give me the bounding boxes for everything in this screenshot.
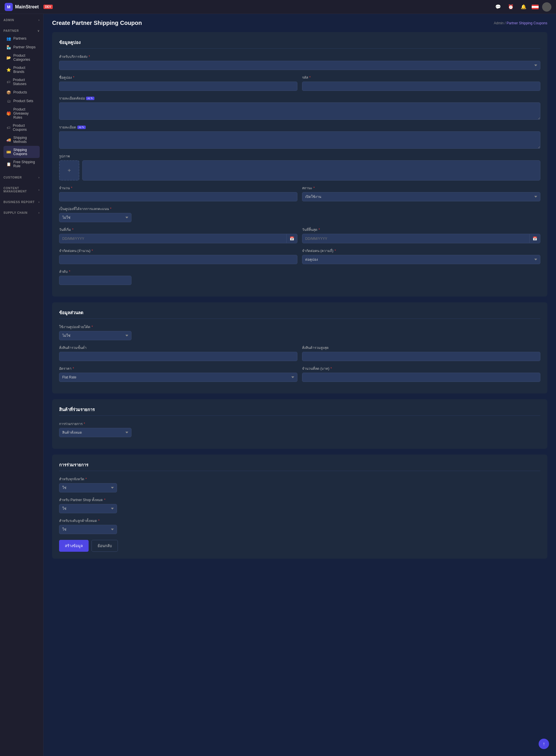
- start-date-calendar-icon[interactable]: 📅: [286, 234, 297, 243]
- product-sets-icon: 🗂: [6, 99, 11, 103]
- breadcrumb: Admin / Partner Shipping Coupons: [494, 21, 547, 25]
- amount-label: จำนวนที่ลด (บาท) *: [302, 366, 541, 371]
- sidebar-item-partner-shops[interactable]: 🏪 Partner Shops: [3, 43, 40, 51]
- page-header: Create Partner Shipping Coupon Admin / P…: [52, 20, 547, 26]
- status-select[interactable]: เปิดใช้งาน ปิดใช้งาน: [302, 192, 541, 201]
- shipping-service-select[interactable]: [59, 61, 541, 70]
- short-desc-row: รายละเอียดคัดย่อ AI ✎: [59, 96, 541, 120]
- sidebar-item-product-categories[interactable]: 📂 Product Categories: [3, 51, 40, 64]
- max-price-input[interactable]: [302, 352, 541, 361]
- sidebar-item-product-brands[interactable]: ⭐ Product Brands: [3, 64, 40, 76]
- business-chevron-icon: ›: [38, 200, 40, 204]
- order-input[interactable]: 1000: [59, 276, 132, 285]
- start-date-input[interactable]: [59, 234, 286, 243]
- customer-section-title[interactable]: CUSTOMER ›: [3, 174, 40, 181]
- supply-section-title[interactable]: SUPPLY CHAIN ›: [3, 210, 40, 216]
- sidebar-item-shipping-methods[interactable]: 🚚 Shipping Methods: [3, 134, 40, 146]
- sidebar-item-shipping-coupons[interactable]: 🎫 Shipping Coupons: [3, 146, 40, 158]
- sidebar-section-customer: CUSTOMER ›: [0, 171, 43, 182]
- image-row: รูปภาพ +: [59, 153, 541, 181]
- sidebar-item-free-shipping-rule[interactable]: 📋 Free Shipping Rule: [3, 158, 40, 170]
- image-group: รูปภาพ +: [59, 153, 541, 181]
- sidebar-item-shipping-coupons-label: Shipping Coupons: [13, 148, 37, 156]
- coupon-usage-select[interactable]: ไม่ใช่ ใช่: [59, 331, 132, 340]
- coupon-info-title: ข้อมูลคูปอง: [59, 39, 541, 49]
- help-icon-btn[interactable]: ⏰: [506, 2, 516, 11]
- name-code-row: ชื่อคูปอง * รหัส *: [59, 75, 541, 91]
- exchangeable-group: เป็นคูปองที่ได้จากการแลกคะแนน * ไม่ใช่ ใ…: [59, 206, 541, 222]
- quantity-input[interactable]: [59, 192, 298, 201]
- coupon-name-input[interactable]: [59, 82, 298, 91]
- create-button[interactable]: สร้างข้อมูล: [59, 540, 89, 552]
- back-button[interactable]: ย้อนกลับ: [92, 540, 118, 552]
- admin-section-title[interactable]: ADMIN ›: [3, 17, 40, 24]
- business-section-title[interactable]: BUSINESS REPORT ›: [3, 199, 40, 205]
- min-price-group: สั่งสินค้ารวมขั้นต่ำ: [59, 345, 298, 361]
- detail-ai-badge[interactable]: AI ✎: [77, 125, 86, 129]
- sidebar-item-products[interactable]: 📦 Products: [3, 88, 40, 97]
- short-desc-textarea[interactable]: [59, 103, 541, 120]
- detail-textarea[interactable]: [59, 131, 541, 149]
- product-join-required: *: [84, 422, 85, 426]
- rate-type-select[interactable]: Flat Rate Percentage: [59, 373, 298, 382]
- coupon-usage-required: *: [92, 325, 93, 329]
- sidebar-section-business: BUSINESS REPORT ›: [0, 196, 43, 206]
- end-date-input[interactable]: [302, 234, 529, 243]
- sidebar-item-product-giveaway-rules-label: Product Giveaway Rules: [13, 107, 37, 119]
- all-customer-tier-select[interactable]: ใช่ ไม่: [59, 525, 117, 534]
- bell-icon-btn[interactable]: 🔔: [519, 2, 528, 11]
- customer-chevron-icon: ›: [38, 176, 40, 179]
- sidebar-section-content: CONTENT MANAGEMENT ›: [0, 182, 43, 196]
- content-chevron-icon: ›: [38, 188, 40, 192]
- short-desc-group: รายละเอียดคัดย่อ AI ✎: [59, 96, 541, 120]
- date-row: วันที่เริ่ม * 📅 วันที่สิ้นสุด *: [59, 227, 541, 243]
- product-join-group: การร่วมรายการ * สินค้าทั้งหมด สินค้าที่เ…: [59, 421, 541, 437]
- min-max-price-row: สั่งสินค้ารวมขั้นต่ำ สั่งสินค้ารวมสูงสุด: [59, 345, 541, 361]
- limit-type-select[interactable]: ต่อคูปอง ต่อวัน ต่อสัปดาห์: [302, 255, 541, 264]
- sidebar-item-product-statuses[interactable]: 🏷 Product Statuses: [3, 76, 40, 88]
- end-date-calendar-icon[interactable]: 📅: [529, 234, 540, 243]
- sidebar-item-partners[interactable]: 👥 Partners: [3, 34, 40, 43]
- min-price-input[interactable]: [59, 352, 298, 361]
- exchangeable-row: เป็นคูปองที่ได้จากการแลกคะแนน * ไม่ใช่ ใ…: [59, 206, 541, 222]
- quantity-status-row: จำนวน * สถานะ * เปิดใช้งาน ปิดใช้งาน: [59, 185, 541, 201]
- product-join-select[interactable]: สินค้าทั้งหมด สินค้าที่เลือก: [59, 428, 132, 437]
- sidebar-item-free-shipping-rule-label: Free Shipping Rule: [13, 160, 37, 168]
- content-section-title[interactable]: CONTENT MANAGEMENT ›: [3, 185, 40, 195]
- all-province-select[interactable]: ใช่ ไม่: [59, 483, 117, 492]
- all-province-group: สำหรับทุกจังหวัด * ใช่ ไม่: [59, 476, 541, 492]
- participation-section-title: การร่วมรายการ: [59, 461, 541, 471]
- short-desc-ai-badge[interactable]: AI ✎: [86, 97, 94, 100]
- quantity-label: จำนวน *: [59, 185, 298, 191]
- sidebar-item-product-coupons[interactable]: 🏷 Product Coupons: [3, 121, 40, 134]
- chat-icon-btn[interactable]: 💬: [493, 2, 503, 11]
- top-navigation: M MainStreet DEV 💬 ⏰ 🔔: [0, 0, 556, 14]
- user-avatar[interactable]: [542, 2, 551, 11]
- limit-count-required: *: [92, 249, 93, 253]
- sidebar-item-product-sets[interactable]: 🗂 Product Sets: [3, 97, 40, 105]
- partner-shops-icon: 🏪: [6, 45, 11, 49]
- brand-logo[interactable]: M MainStreet DEV: [5, 3, 53, 11]
- limit-count-group: จำกัดต่อคน (จำนวน) *: [59, 248, 298, 264]
- coupon-name-required: *: [73, 76, 74, 80]
- sidebar-item-product-brands-label: Product Brands: [13, 66, 37, 74]
- end-date-label: วันที่สิ้นสุด *: [302, 227, 541, 232]
- coupon-code-input[interactable]: [302, 82, 541, 91]
- coupon-code-required: *: [309, 76, 311, 80]
- limit-count-input[interactable]: [59, 255, 298, 264]
- status-group: สถานะ * เปิดใช้งาน ปิดใช้งาน: [302, 185, 541, 201]
- all-partner-shop-select[interactable]: ใช่ ไม่: [59, 504, 117, 513]
- sidebar-item-shipping-methods-label: Shipping Methods: [13, 136, 37, 144]
- scroll-top-button[interactable]: ↑: [538, 739, 549, 749]
- rate-type-required: *: [73, 367, 74, 371]
- all-partner-shop-label: สำหรับ Partner Shop ทั้งหมด *: [59, 497, 541, 502]
- free-shipping-rule-icon: 📋: [6, 162, 11, 166]
- sidebar-item-product-giveaway-rules[interactable]: 🎁 Product Giveaway Rules: [3, 105, 40, 121]
- quantity-required: *: [71, 186, 72, 190]
- language-flag-icon[interactable]: [532, 5, 538, 9]
- breadcrumb-current[interactable]: Partner Shipping Coupons: [507, 21, 547, 25]
- partner-section-title[interactable]: PARTNER ∨: [3, 28, 40, 34]
- exchangeable-select[interactable]: ไม่ใช่ ใช่: [59, 213, 132, 222]
- image-add-button[interactable]: +: [59, 160, 79, 181]
- amount-input[interactable]: [302, 373, 541, 382]
